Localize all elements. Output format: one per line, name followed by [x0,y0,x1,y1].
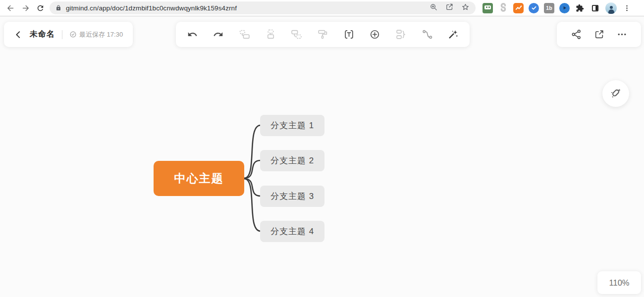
profile-avatar[interactable] [605,2,617,14]
zoom-level-text: 110% [609,278,630,288]
puzzle-icon [576,4,584,12]
kebab-menu-icon [623,4,631,12]
insert-sibling-node-button[interactable] [264,28,277,41]
send-extension-icon[interactable] [559,3,570,13]
branch-label: 分支主题 2 [270,155,314,166]
branch-label: 分支主题 4 [270,226,314,237]
s-swirl-glyph [498,3,508,13]
branch-node-4[interactable]: 分支主题 4 [260,221,324,242]
insert-parent-node-icon [239,29,250,40]
half-square-glyph [591,4,599,12]
share-button[interactable] [570,28,583,41]
more-icon [617,29,627,40]
zoom-in-icon [429,3,438,11]
document-header-card: 未命名 最近保存 17:30 [4,22,133,47]
style-brush-icon [609,87,622,100]
document-title[interactable]: 未命名 [30,29,55,40]
export-icon [594,29,604,40]
summary-icon [396,29,406,40]
insert-sibling-node-icon [266,29,276,40]
divider [62,30,62,39]
check-glyph [531,5,537,11]
relation-line-button[interactable] [421,28,433,41]
label-icon [344,29,354,40]
insert-parent-node-button[interactable] [238,28,251,41]
check-badge-extension-icon[interactable] [529,3,539,13]
1b-extension-icon[interactable]: 1b [544,3,554,13]
browser-menu-button[interactable] [622,3,632,13]
extensions-area: 1b [483,2,632,14]
1b-badge-text: 1b [546,5,552,11]
insert-child-node-button[interactable] [290,28,303,41]
redo-button[interactable] [212,28,225,41]
undo-button[interactable] [186,28,199,41]
export-button[interactable] [592,28,605,41]
summary-button[interactable] [395,28,408,41]
address-bar[interactable]: gitmind.cn/app/doc/1dzmbif1bc0cnwdwqynlk… [50,1,476,14]
central-topic-node[interactable]: 中心主题 [154,161,244,196]
label-button[interactable] [342,28,355,41]
undo-icon [187,29,198,40]
share-toolbar-card [557,22,641,47]
branch-node-2[interactable]: 分支主题 2 [260,150,324,171]
analytics-extension-icon[interactable] [513,3,524,13]
avatar-figure [610,6,613,9]
bookmark-star-icon [461,3,470,11]
robot-face [484,5,491,9]
insert-child-node-icon [291,29,302,40]
relation-line-icon [422,29,432,40]
share-page-button[interactable] [445,3,454,13]
reload-icon [36,4,45,12]
format-painter-icon [318,29,328,40]
forward-button[interactable] [18,1,33,15]
share-nodes-icon [571,29,582,40]
url-text: gitmind.cn/app/doc/1dzmbif1bc0cnwdwqynlk… [66,4,237,12]
redo-icon [213,29,223,40]
editor-toolbar-card [176,22,470,47]
back-button[interactable] [3,1,18,15]
lock-icon [55,5,61,11]
branch-label: 分支主题 1 [270,120,314,131]
save-status: 最近保存 17:30 [69,30,123,39]
style-panel-button[interactable] [602,80,629,107]
zoom-in-button[interactable] [429,3,438,13]
central-topic-label: 中心主题 [174,171,224,186]
magic-wand-icon [448,29,458,40]
save-status-text: 最近保存 17:30 [79,30,123,39]
chevron-left-icon [14,30,23,39]
branch-node-3[interactable]: 分支主题 3 [260,186,324,207]
share-page-icon [445,3,454,11]
bookmark-button[interactable] [461,3,470,13]
insert-plus-icon [370,29,380,40]
reader-panel-extension-icon[interactable] [590,3,600,13]
s-logo-extension-icon[interactable] [498,3,508,13]
reload-button[interactable] [33,1,48,15]
browser-toolbar: gitmind.cn/app/doc/1dzmbif1bc0cnwdwqynlk… [0,0,644,16]
play-glyph [562,5,568,11]
insert-plus-button[interactable] [369,28,381,41]
check-circle-icon [69,31,77,38]
branch-label: 分支主题 3 [270,191,314,202]
back-to-docs-button[interactable] [12,28,25,41]
back-icon [6,4,15,12]
avatar-figure-body [608,9,614,14]
mindmap-canvas[interactable]: 中心主题 分支主题 1 分支主题 2 分支主题 3 分支主题 4 未命名 最近保… [0,16,644,297]
more-options-button[interactable] [615,28,628,41]
branch-node-1[interactable]: 分支主题 1 [260,115,324,136]
chart-line-glyph [515,4,523,12]
magic-wand-button[interactable] [447,28,460,41]
roboform-extension-icon[interactable] [483,3,493,13]
forward-icon [21,4,30,12]
zoom-level-indicator[interactable]: 110% [597,271,641,294]
format-painter-button[interactable] [316,28,329,41]
extensions-puzzle-button[interactable] [575,3,585,13]
